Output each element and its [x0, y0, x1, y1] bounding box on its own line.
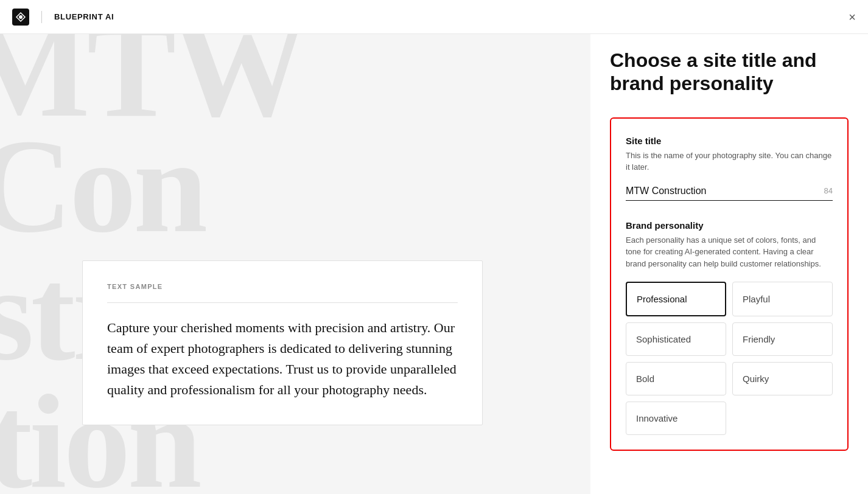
form-panel: Site title This is the name of your phot…: [610, 117, 849, 451]
site-title-input-wrapper: 84: [626, 186, 833, 201]
close-button[interactable]: ×: [849, 11, 856, 23]
blueprint-logo-icon: [12, 9, 29, 26]
personality-option-innovative[interactable]: Innovative: [626, 402, 726, 435]
app-name: BLUEPRINT AI: [54, 12, 114, 21]
brand-personality-label: Brand personality: [626, 220, 833, 231]
app-header: BLUEPRINT AI ×: [0, 0, 868, 34]
panel-heading: Choose a site title andbrand personality: [610, 49, 849, 96]
personality-option-bold[interactable]: Bold: [626, 362, 726, 395]
site-title-label: Site title: [626, 136, 833, 146]
personality-option-professional[interactable]: Professional: [626, 282, 726, 316]
personality-option-quirky[interactable]: Quirky: [732, 362, 833, 395]
brand-personality-section: Brand personality Each personality has a…: [626, 220, 833, 436]
personality-option-playful[interactable]: Playful: [732, 282, 833, 316]
site-title-section: Site title This is the name of your phot…: [626, 136, 833, 201]
header-divider: [41, 11, 42, 23]
char-count: 84: [824, 186, 833, 195]
personality-grid: Professional Playful Sophisticated Frien…: [626, 282, 833, 435]
logo-area: BLUEPRINT AI: [12, 9, 114, 26]
right-panel: Choose a site title andbrand personality…: [590, 0, 868, 494]
site-title-description: This is the name of your photography sit…: [626, 150, 833, 173]
personality-option-sophisticated[interactable]: Sophisticated: [626, 322, 726, 356]
text-sample-body: Capture your cherished moments with prec…: [107, 318, 458, 400]
text-sample-divider: [107, 302, 458, 303]
text-sample-label: TEXT SAMPLE: [107, 283, 458, 290]
bg-line-2: Con: [0, 110, 205, 263]
svg-point-1: [19, 15, 23, 19]
text-sample-card: TEXT SAMPLE Capture your cherished momen…: [82, 260, 483, 425]
site-title-input[interactable]: [626, 186, 833, 197]
brand-personality-description: Each personality has a unique set of col…: [626, 234, 833, 270]
personality-option-friendly[interactable]: Friendly: [732, 322, 833, 356]
